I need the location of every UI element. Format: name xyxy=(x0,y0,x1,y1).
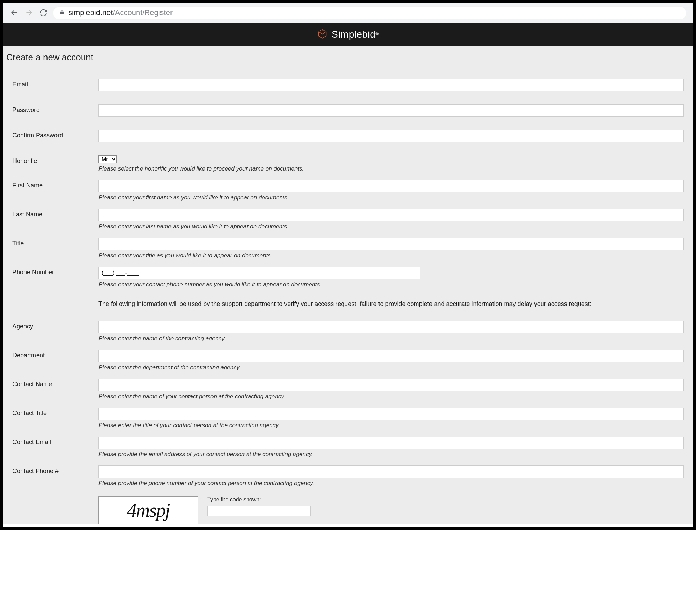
department-field[interactable] xyxy=(98,350,684,362)
title-hint: Please enter your title as you would lik… xyxy=(98,252,684,259)
svg-point-0 xyxy=(320,30,321,31)
title-field[interactable] xyxy=(98,238,684,250)
url-path: /Account/Register xyxy=(113,8,173,17)
captcha-input[interactable] xyxy=(207,506,311,516)
contact-name-hint: Please enter the name of your contact pe… xyxy=(98,393,684,400)
last-name-hint: Please enter your last name as you would… xyxy=(98,223,684,230)
brand-logo[interactable]: Simplebid® xyxy=(317,29,379,40)
agency-label: Agency xyxy=(12,321,98,330)
back-button[interactable] xyxy=(10,8,19,18)
password-field[interactable] xyxy=(98,104,684,117)
registration-form: Email Password Confirm Password Honorifi… xyxy=(3,79,693,524)
captcha-label: Type the code shown: xyxy=(207,496,311,503)
contact-phone-field[interactable] xyxy=(98,465,684,478)
envelope-icon xyxy=(317,29,328,40)
last-name-label: Last Name xyxy=(12,209,98,218)
honorific-select[interactable]: Mr. xyxy=(98,155,117,163)
contact-phone-hint: Please provide the phone number of your … xyxy=(98,480,684,487)
svg-point-2 xyxy=(324,30,324,31)
email-label: Email xyxy=(12,79,98,88)
address-bar[interactable]: simplebid.net/Account/Register xyxy=(53,6,686,19)
contact-email-hint: Please provide the email address of your… xyxy=(98,451,684,458)
phone-field[interactable] xyxy=(98,267,420,279)
page-title: Create a new account xyxy=(3,52,693,69)
contact-title-field[interactable] xyxy=(98,408,684,420)
agency-field[interactable] xyxy=(98,321,684,333)
title-label: Title xyxy=(12,238,98,247)
browser-toolbar: simplebid.net/Account/Register xyxy=(3,3,693,23)
first-name-field[interactable] xyxy=(98,180,684,192)
url-domain: simplebid.net xyxy=(68,8,113,17)
contact-phone-label: Contact Phone # xyxy=(12,465,98,475)
password-label: Password xyxy=(12,104,98,114)
captcha-image: 4mspj xyxy=(98,496,198,524)
phone-label: Phone Number xyxy=(12,267,98,276)
first-name-hint: Please enter your first name as you woul… xyxy=(98,194,684,201)
app-header: Simplebid® xyxy=(3,23,693,46)
confirm-password-field[interactable] xyxy=(98,130,684,142)
contact-email-field[interactable] xyxy=(98,437,684,449)
honorific-label: Honorific xyxy=(12,155,98,165)
contact-title-label: Contact Title xyxy=(12,408,98,417)
last-name-field[interactable] xyxy=(98,209,684,221)
page-body: Create a new account Email Password Conf… xyxy=(3,46,693,524)
contact-name-label: Contact Name xyxy=(12,379,98,388)
reload-button[interactable] xyxy=(39,8,48,18)
contact-name-field[interactable] xyxy=(98,379,684,391)
forward-button[interactable] xyxy=(24,8,34,18)
honorific-hint: Please select the honorific you would li… xyxy=(98,165,684,172)
contact-email-label: Contact Email xyxy=(12,437,98,446)
registered-mark: ® xyxy=(375,31,379,37)
agency-hint: Please enter the name of the contracting… xyxy=(98,335,684,342)
lock-icon xyxy=(59,9,65,16)
svg-point-1 xyxy=(322,30,323,30)
confirm-password-label: Confirm Password xyxy=(12,130,98,139)
brand-name: Simplebid xyxy=(332,29,375,40)
first-name-label: First Name xyxy=(12,180,98,189)
department-label: Department xyxy=(12,350,98,359)
phone-hint: Please enter your contact phone number a… xyxy=(98,281,684,288)
support-info-text: The following information will be used b… xyxy=(98,300,684,308)
contact-title-hint: Please enter the title of your contact p… xyxy=(98,422,684,429)
email-field[interactable] xyxy=(98,79,684,91)
department-hint: Please enter the department of the contr… xyxy=(98,364,684,371)
